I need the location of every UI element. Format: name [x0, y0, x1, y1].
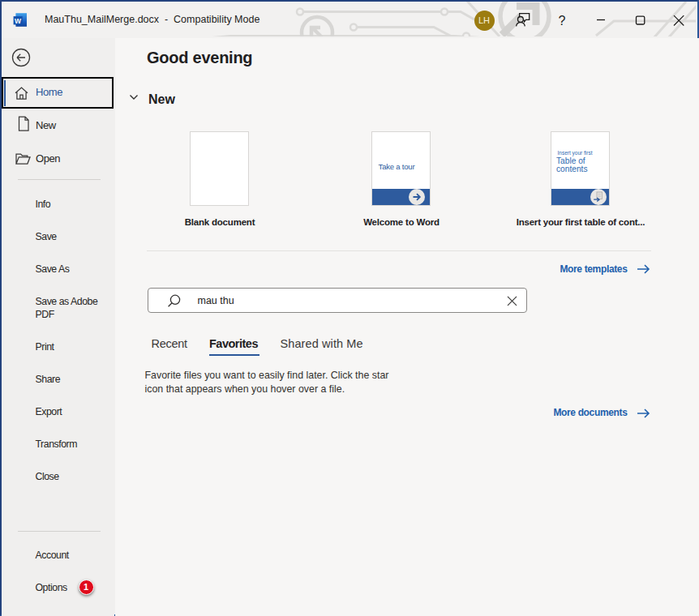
- svg-text:W: W: [15, 17, 22, 25]
